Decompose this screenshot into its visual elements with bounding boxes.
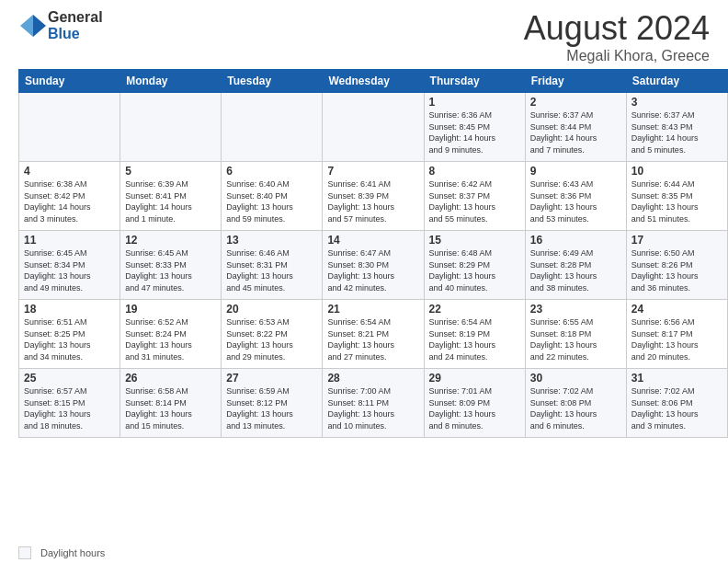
day-info: Sunrise: 6:40 AM Sunset: 8:40 PM Dayligh…	[226, 178, 317, 224]
day-info: Sunrise: 6:52 AM Sunset: 8:24 PM Dayligh…	[125, 316, 216, 362]
legend-label: Daylight hours	[40, 547, 105, 558]
calendar-day-cell: 28Sunrise: 7:00 AM Sunset: 8:11 PM Dayli…	[323, 369, 424, 438]
calendar-day-cell: 19Sunrise: 6:52 AM Sunset: 8:24 PM Dayli…	[120, 300, 222, 369]
day-info: Sunrise: 7:02 AM Sunset: 8:06 PM Dayligh…	[631, 385, 722, 431]
day-info: Sunrise: 6:59 AM Sunset: 8:12 PM Dayligh…	[226, 385, 317, 431]
weekday-header-monday: Monday	[120, 70, 222, 93]
calendar-day-cell	[222, 93, 323, 162]
page-header: General Blue August 2024 Megali Khora, G…	[0, 0, 728, 69]
day-number: 2	[530, 96, 621, 109]
day-number: 21	[327, 303, 418, 316]
calendar-week-row: 25Sunrise: 6:57 AM Sunset: 8:15 PM Dayli…	[19, 369, 728, 438]
day-info: Sunrise: 6:54 AM Sunset: 8:21 PM Dayligh…	[327, 316, 418, 362]
calendar-week-row: 18Sunrise: 6:51 AM Sunset: 8:25 PM Dayli…	[19, 300, 728, 369]
day-info: Sunrise: 6:51 AM Sunset: 8:25 PM Dayligh…	[24, 316, 115, 362]
day-info: Sunrise: 6:55 AM Sunset: 8:18 PM Dayligh…	[530, 316, 621, 362]
calendar-day-cell	[323, 93, 424, 162]
calendar-week-row: 11Sunrise: 6:45 AM Sunset: 8:34 PM Dayli…	[19, 231, 728, 300]
day-number: 14	[327, 234, 418, 247]
calendar-day-cell: 17Sunrise: 6:50 AM Sunset: 8:26 PM Dayli…	[626, 231, 727, 300]
calendar-day-cell: 10Sunrise: 6:44 AM Sunset: 8:35 PM Dayli…	[626, 162, 727, 231]
day-number: 8	[429, 165, 520, 178]
day-number: 28	[327, 372, 418, 385]
calendar-day-cell: 3Sunrise: 6:37 AM Sunset: 8:43 PM Daylig…	[626, 93, 727, 162]
calendar-day-cell: 15Sunrise: 6:48 AM Sunset: 8:29 PM Dayli…	[424, 231, 525, 300]
day-number: 18	[24, 303, 115, 316]
day-info: Sunrise: 6:58 AM Sunset: 8:14 PM Dayligh…	[125, 385, 216, 431]
day-info: Sunrise: 6:38 AM Sunset: 8:42 PM Dayligh…	[24, 178, 115, 224]
day-number: 17	[631, 234, 722, 247]
day-number: 29	[429, 372, 520, 385]
day-number: 23	[530, 303, 621, 316]
calendar-day-cell: 27Sunrise: 6:59 AM Sunset: 8:12 PM Dayli…	[222, 369, 323, 438]
day-number: 16	[530, 234, 621, 247]
logo-blue: Blue	[48, 26, 103, 42]
day-info: Sunrise: 6:43 AM Sunset: 8:36 PM Dayligh…	[530, 178, 621, 224]
day-number: 3	[631, 96, 722, 109]
day-number: 24	[631, 303, 722, 316]
day-number: 10	[631, 165, 722, 178]
day-info: Sunrise: 6:54 AM Sunset: 8:19 PM Dayligh…	[429, 316, 520, 362]
day-number: 22	[429, 303, 520, 316]
day-number: 9	[530, 165, 621, 178]
day-info: Sunrise: 6:48 AM Sunset: 8:29 PM Dayligh…	[429, 247, 520, 293]
logo-icon	[18, 13, 48, 39]
day-info: Sunrise: 6:42 AM Sunset: 8:37 PM Dayligh…	[429, 178, 520, 224]
day-info: Sunrise: 6:46 AM Sunset: 8:31 PM Dayligh…	[226, 247, 317, 293]
calendar-day-cell: 12Sunrise: 6:45 AM Sunset: 8:33 PM Dayli…	[120, 231, 222, 300]
day-info: Sunrise: 6:37 AM Sunset: 8:44 PM Dayligh…	[530, 109, 621, 155]
weekday-header-tuesday: Tuesday	[222, 70, 323, 93]
calendar-day-cell: 31Sunrise: 7:02 AM Sunset: 8:06 PM Dayli…	[626, 369, 727, 438]
location-subtitle: Megali Khora, Greece	[524, 48, 710, 64]
calendar-day-cell: 11Sunrise: 6:45 AM Sunset: 8:34 PM Dayli…	[19, 231, 120, 300]
day-number: 27	[226, 372, 317, 385]
calendar-day-cell	[19, 93, 120, 162]
title-area: August 2024 Megali Khora, Greece	[524, 9, 710, 64]
calendar-day-cell: 22Sunrise: 6:54 AM Sunset: 8:19 PM Dayli…	[424, 300, 525, 369]
calendar-day-cell: 23Sunrise: 6:55 AM Sunset: 8:18 PM Dayli…	[525, 300, 626, 369]
day-number: 5	[125, 165, 216, 178]
calendar-header-row: SundayMondayTuesdayWednesdayThursdayFrid…	[19, 70, 728, 93]
month-year-title: August 2024	[524, 9, 710, 48]
weekday-header-saturday: Saturday	[626, 70, 727, 93]
calendar-day-cell: 4Sunrise: 6:38 AM Sunset: 8:42 PM Daylig…	[19, 162, 120, 231]
calendar-wrapper: SundayMondayTuesdayWednesdayThursdayFrid…	[0, 69, 728, 543]
logo-general: General	[48, 9, 103, 26]
calendar-week-row: 4Sunrise: 6:38 AM Sunset: 8:42 PM Daylig…	[19, 162, 728, 231]
day-number: 19	[125, 303, 216, 316]
day-number: 25	[24, 372, 115, 385]
day-info: Sunrise: 6:44 AM Sunset: 8:35 PM Dayligh…	[631, 178, 722, 224]
day-number: 31	[631, 372, 722, 385]
day-info: Sunrise: 6:49 AM Sunset: 8:28 PM Dayligh…	[530, 247, 621, 293]
calendar-day-cell: 7Sunrise: 6:41 AM Sunset: 8:39 PM Daylig…	[323, 162, 424, 231]
weekday-header-wednesday: Wednesday	[323, 70, 424, 93]
calendar-day-cell: 5Sunrise: 6:39 AM Sunset: 8:41 PM Daylig…	[120, 162, 222, 231]
calendar-day-cell: 2Sunrise: 6:37 AM Sunset: 8:44 PM Daylig…	[525, 93, 626, 162]
day-info: Sunrise: 6:57 AM Sunset: 8:15 PM Dayligh…	[24, 385, 115, 431]
day-info: Sunrise: 6:47 AM Sunset: 8:30 PM Dayligh…	[327, 247, 418, 293]
day-info: Sunrise: 6:36 AM Sunset: 8:45 PM Dayligh…	[429, 109, 520, 155]
legend-box	[18, 546, 31, 559]
day-info: Sunrise: 6:53 AM Sunset: 8:22 PM Dayligh…	[226, 316, 317, 362]
weekday-header-thursday: Thursday	[424, 70, 525, 93]
day-number: 1	[429, 96, 520, 109]
logo-text: General Blue	[48, 9, 103, 42]
day-info: Sunrise: 7:01 AM Sunset: 8:09 PM Dayligh…	[429, 385, 520, 431]
calendar-day-cell: 16Sunrise: 6:49 AM Sunset: 8:28 PM Dayli…	[525, 231, 626, 300]
calendar-day-cell: 9Sunrise: 6:43 AM Sunset: 8:36 PM Daylig…	[525, 162, 626, 231]
calendar-day-cell: 20Sunrise: 6:53 AM Sunset: 8:22 PM Dayli…	[222, 300, 323, 369]
calendar-footer: Daylight hours	[0, 543, 728, 563]
day-number: 30	[530, 372, 621, 385]
day-info: Sunrise: 6:39 AM Sunset: 8:41 PM Dayligh…	[125, 178, 216, 224]
calendar-day-cell: 24Sunrise: 6:56 AM Sunset: 8:17 PM Dayli…	[626, 300, 727, 369]
calendar-table: SundayMondayTuesdayWednesdayThursdayFrid…	[18, 69, 728, 438]
day-number: 20	[226, 303, 317, 316]
day-info: Sunrise: 6:45 AM Sunset: 8:34 PM Dayligh…	[24, 247, 115, 293]
svg-marker-0	[33, 15, 46, 37]
day-info: Sunrise: 6:45 AM Sunset: 8:33 PM Dayligh…	[125, 247, 216, 293]
day-number: 6	[226, 165, 317, 178]
day-info: Sunrise: 7:02 AM Sunset: 8:08 PM Dayligh…	[530, 385, 621, 431]
calendar-day-cell: 13Sunrise: 6:46 AM Sunset: 8:31 PM Dayli…	[222, 231, 323, 300]
calendar-day-cell: 26Sunrise: 6:58 AM Sunset: 8:14 PM Dayli…	[120, 369, 222, 438]
weekday-header-sunday: Sunday	[19, 70, 120, 93]
